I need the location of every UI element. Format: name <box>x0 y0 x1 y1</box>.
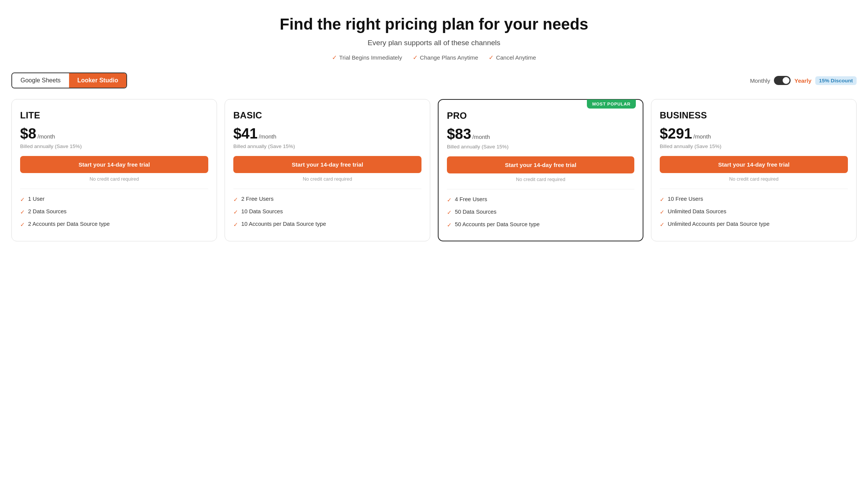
check-icon: ✓ <box>20 196 25 203</box>
check-icon: ✓ <box>233 196 238 203</box>
plan-card-lite: LITE $8 /month Billed annually (Save 15%… <box>11 99 217 241</box>
feature-text: 1 User <box>28 196 44 202</box>
feature-text: 50 Accounts per Data Source type <box>455 221 539 227</box>
badge-trial: ✓Trial Begins Immediately <box>332 54 402 61</box>
feature-item: ✓ 4 Free Users <box>447 196 634 203</box>
billing-note: Billed annually (Save 15%) <box>20 143 208 149</box>
features-divider <box>447 189 634 189</box>
feature-item: ✓ 50 Accounts per Data Source type <box>447 221 634 228</box>
feature-text: 4 Free Users <box>455 196 487 202</box>
feature-list-basic: ✓ 2 Free Users ✓ 10 Data Sources ✓ 10 Ac… <box>233 196 421 228</box>
price-amount: $41 <box>233 125 258 142</box>
cta-button-pro[interactable]: Start your 14-day free trial <box>447 156 634 173</box>
features-divider <box>660 189 848 189</box>
plan-name-basic: BASIC <box>233 110 421 121</box>
feature-text: 2 Accounts per Data Source type <box>28 221 110 227</box>
monthly-label: Monthly <box>750 77 770 84</box>
plan-card-business: BUSINESS $291 /month Billed annually (Sa… <box>651 99 857 241</box>
page-header: Find the right pricing plan for your nee… <box>11 15 857 61</box>
feature-text: Unlimited Data Sources <box>668 208 726 214</box>
plan-name-pro: PRO <box>447 110 634 121</box>
cta-button-basic[interactable]: Start your 14-day free trial <box>233 156 421 173</box>
feature-list-lite: ✓ 1 User ✓ 2 Data Sources ✓ 2 Accounts p… <box>20 196 208 228</box>
price-period: /month <box>38 133 55 140</box>
check-icon: ✓ <box>447 209 452 216</box>
price-amount: $8 <box>20 125 36 142</box>
feature-item: ✓ Unlimited Data Sources <box>660 208 848 216</box>
no-cc-note: No credit card required <box>20 176 208 182</box>
cta-button-business[interactable]: Start your 14-day free trial <box>660 156 848 173</box>
features-divider <box>233 189 421 189</box>
billing-toggle-switch[interactable] <box>774 76 791 85</box>
feature-item: ✓ Unlimited Accounts per Data Source typ… <box>660 221 848 228</box>
check-icon: ✓ <box>447 197 452 203</box>
popular-badge: MOST POPULAR <box>587 99 636 109</box>
plan-price-lite: $8 /month <box>20 125 208 142</box>
billing-toggle: Monthly Yearly 15% Discount <box>750 76 857 85</box>
plan-name-business: BUSINESS <box>660 110 848 121</box>
controls-row: Google SheetsLooker Studio Monthly Yearl… <box>11 72 857 88</box>
feature-list-business: ✓ 10 Free Users ✓ Unlimited Data Sources… <box>660 196 848 228</box>
price-period: /month <box>472 134 490 140</box>
feature-text: 2 Free Users <box>241 196 274 202</box>
price-amount: $83 <box>447 126 471 142</box>
badge-cancel: ✓Cancel Anytime <box>489 54 536 61</box>
tab-looker-studio[interactable]: Looker Studio <box>69 73 127 88</box>
discount-badge: 15% Discount <box>815 76 857 85</box>
feature-item: ✓ 10 Free Users <box>660 196 848 203</box>
feature-item: ✓ 2 Free Users <box>233 196 421 203</box>
plan-card-basic: BASIC $41 /month Billed annually (Save 1… <box>225 99 430 241</box>
billing-note: Billed annually (Save 15%) <box>233 143 421 149</box>
check-icon: ✓ <box>332 54 337 61</box>
no-cc-note: No credit card required <box>233 176 421 182</box>
billing-note: Billed annually (Save 15%) <box>447 144 634 150</box>
check-icon: ✓ <box>20 209 25 216</box>
price-period: /month <box>259 133 276 140</box>
plan-price-pro: $83 /month <box>447 126 634 142</box>
check-icon: ✓ <box>447 222 452 228</box>
plan-price-basic: $41 /month <box>233 125 421 142</box>
feature-text: 2 Data Sources <box>28 208 66 214</box>
badge-change: ✓Change Plans Anytime <box>413 54 478 61</box>
plans-grid: LITE $8 /month Billed annually (Save 15%… <box>11 99 857 241</box>
plan-price-business: $291 /month <box>660 125 848 142</box>
check-icon: ✓ <box>20 221 25 228</box>
feature-item: ✓ 2 Data Sources <box>20 208 208 216</box>
price-amount: $291 <box>660 125 692 142</box>
plan-card-pro: MOST POPULAR PRO $83 /month Billed annua… <box>438 99 643 241</box>
check-icon: ✓ <box>233 221 238 228</box>
no-cc-note: No credit card required <box>660 176 848 182</box>
tab-google-sheets[interactable]: Google Sheets <box>12 73 69 88</box>
price-period: /month <box>693 133 711 140</box>
feature-list-pro: ✓ 4 Free Users ✓ 50 Data Sources ✓ 50 Ac… <box>447 196 634 228</box>
page-subtitle: Every plan supports all of these channel… <box>11 39 857 47</box>
feature-item: ✓ 1 User <box>20 196 208 203</box>
cta-button-lite[interactable]: Start your 14-day free trial <box>20 156 208 173</box>
no-cc-note: No credit card required <box>447 176 634 182</box>
check-icon: ✓ <box>233 209 238 216</box>
feature-text: 10 Data Sources <box>241 208 283 214</box>
yearly-label: Yearly <box>794 77 811 84</box>
page-title: Find the right pricing plan for your nee… <box>11 15 857 33</box>
feature-text: 10 Accounts per Data Source type <box>241 221 326 227</box>
feature-item: ✓ 2 Accounts per Data Source type <box>20 221 208 228</box>
feature-item: ✓ 50 Data Sources <box>447 209 634 216</box>
features-divider <box>20 189 208 189</box>
check-icon: ✓ <box>660 221 665 228</box>
tab-switcher[interactable]: Google SheetsLooker Studio <box>11 72 127 88</box>
check-icon: ✓ <box>489 54 494 61</box>
feature-text: 50 Data Sources <box>455 209 497 215</box>
check-icon: ✓ <box>660 196 665 203</box>
feature-text: Unlimited Accounts per Data Source type <box>668 221 769 227</box>
feature-item: ✓ 10 Accounts per Data Source type <box>233 221 421 228</box>
feature-text: 10 Free Users <box>668 196 703 202</box>
check-icon: ✓ <box>660 209 665 216</box>
toggle-knob <box>783 77 789 84</box>
plan-name-lite: LITE <box>20 110 208 121</box>
badges-row: ✓Trial Begins Immediately✓Change Plans A… <box>11 54 857 61</box>
billing-note: Billed annually (Save 15%) <box>660 143 848 149</box>
feature-item: ✓ 10 Data Sources <box>233 208 421 216</box>
check-icon: ✓ <box>413 54 418 61</box>
